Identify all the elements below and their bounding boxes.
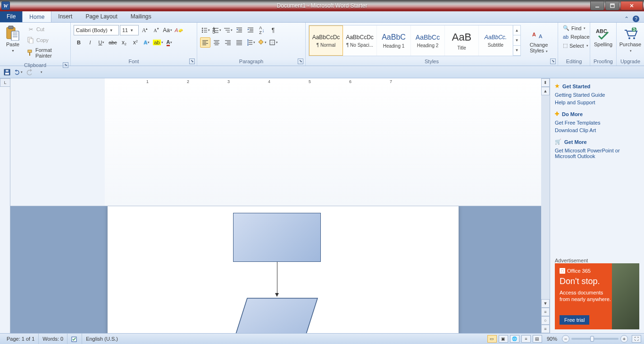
minimize-ribbon-icon[interactable]: ⌃ [624,16,629,22]
outline-view[interactable]: ≡ [521,335,531,343]
underline-button[interactable]: U▾ [96,37,107,48]
redo-button[interactable] [25,68,34,76]
zoom-in[interactable]: + [620,335,628,343]
rp-getstarted-link-0[interactable]: Getting Started Guide [555,91,639,99]
align-right-button[interactable] [223,37,233,48]
superscript-button[interactable]: x2 [130,37,141,48]
select-button[interactable]: ⬚Select▾ [561,42,592,50]
style-item-0[interactable]: AaBbCcDc¶ Normal [309,25,343,56]
cut-button[interactable]: ✂Cut [25,24,67,34]
font-size-combo[interactable]: 11▼ [120,25,139,35]
multilevel-button[interactable]: ▾ [223,25,233,35]
purchase-button[interactable]: $ Purchase▾ [617,24,644,55]
tab-pagelayout[interactable]: Page Layout [79,11,124,22]
flowchart-data-shape[interactable] [230,298,318,334]
tab-selector[interactable]: L [0,78,10,87]
draft-view[interactable]: ▤ [533,335,542,343]
tab-home[interactable]: Home [22,11,51,22]
italic-button[interactable]: I [85,37,95,48]
words-status[interactable]: Words: 0 [39,334,67,344]
scroll-down[interactable]: ▼ [541,299,550,308]
full-screen-view[interactable]: ▣ [499,335,508,343]
gallery-up[interactable]: ▲ [513,25,520,35]
subscript-button[interactable]: x2 [119,37,129,48]
browse-object[interactable]: ○ [541,316,550,325]
shading-button[interactable]: ▾ [257,37,267,48]
ad-cta-button[interactable]: Free trial [560,315,589,325]
prev-page[interactable]: ≡ [541,308,550,316]
align-left-button[interactable] [200,37,210,48]
line-spacing-button[interactable]: ▾ [245,37,256,48]
change-case-button[interactable]: Aa▾ [162,25,173,35]
zoom-out[interactable]: − [562,335,569,343]
document-page[interactable] [108,206,459,334]
minimize-button[interactable] [590,1,604,10]
style-item-1[interactable]: AaBbCcDc¶ No Spaci... [343,25,377,56]
arrow-connector-1[interactable] [277,262,277,293]
styles-launcher[interactable]: ⬊ [550,59,556,64]
zoom-level[interactable]: 90% [547,336,557,342]
font-color-button[interactable]: A▾ [164,37,175,48]
panel-toggle[interactable]: ⬍ [541,78,550,87]
print-layout-view[interactable]: ▭ [487,335,497,343]
tab-insert[interactable]: Insert [51,11,79,22]
clipboard-launcher[interactable]: ⬊ [63,62,68,68]
vertical-ruler[interactable] [0,87,10,333]
document-area[interactable] [10,206,541,334]
zoom-fit[interactable]: ⛶ [632,335,641,343]
numbering-button[interactable]: 123▾ [211,25,222,35]
gallery-more[interactable]: ▼ [513,46,520,56]
grow-font-button[interactable]: A▴ [140,25,150,35]
rp-domore-link-0[interactable]: Get Free Templates [555,119,639,126]
flowchart-process-shape[interactable] [233,213,321,262]
spelling-button[interactable]: ABC Spelling [592,24,615,49]
rp-getstarted-link-1[interactable]: Help and Support [555,99,639,106]
clear-formatting-button[interactable]: A🧽 [174,25,184,35]
rp-getmore-link-0[interactable]: Get Microsoft PowerPoint or Microsoft Ou… [555,147,639,160]
proof-status[interactable] [67,334,82,344]
paragraph-launcher[interactable]: ⬊ [298,59,303,64]
language-status[interactable]: English (U.S.) [82,334,122,344]
bold-button[interactable]: B [74,37,84,48]
bullets-button[interactable]: ▾ [200,25,210,35]
horizontal-ruler[interactable]: 1234567 [10,78,541,206]
close-button[interactable] [620,1,643,10]
tab-mailings[interactable]: Mailings [124,11,158,22]
gallery-down[interactable]: ▼ [513,35,520,45]
change-styles-button[interactable]: AA Change Styles ▾ [523,25,555,56]
sort-button[interactable]: AZ↓ [257,25,267,35]
decrease-indent-button[interactable] [234,25,244,35]
style-item-2[interactable]: AaBbCHeading 1 [377,25,411,56]
justify-button[interactable] [234,37,244,48]
vertical-scrollbar[interactable]: ⬍ ▲ ▼ ≡ ○ ≡ [541,78,550,333]
increase-indent-button[interactable] [245,25,256,35]
find-button[interactable]: 🔍Find▾ [561,24,592,32]
borders-button[interactable]: ▾ [268,37,278,48]
style-item-4[interactable]: AaBTitle [445,25,479,56]
show-marks-button[interactable]: ¶ [268,25,278,35]
help-icon[interactable]: ? [633,16,639,22]
text-effects-button[interactable]: A▾ [142,37,152,48]
zoom-slider[interactable] [571,338,619,340]
strikethrough-button[interactable]: abc [108,37,118,48]
paste-button[interactable]: Paste▼ [3,24,23,55]
advertisement[interactable]: □Office 365 Don't stop. Access documents… [555,263,639,329]
highlight-button[interactable]: ab▾ [153,37,163,48]
page-status[interactable]: Page: 1 of 1 [3,334,39,344]
svg-marker-59 [247,39,249,40]
maximize-button[interactable] [605,1,619,10]
tab-file[interactable]: File [0,11,22,22]
rp-domore-link-1[interactable]: Download Clip Art [555,126,639,134]
align-center-button[interactable] [211,37,222,48]
style-item-5[interactable]: AaBbCc.Subtitle [479,25,513,56]
shrink-font-button[interactable]: A▾ [151,25,161,35]
replace-button[interactable]: abReplace [561,33,592,41]
next-page[interactable]: ≡ [541,325,550,333]
copy-button[interactable]: Copy [25,35,67,45]
web-layout-view[interactable]: 🌐 [510,335,519,343]
scroll-up[interactable]: ▲ [541,87,550,95]
format-painter-button[interactable]: Format Painter [25,46,67,60]
style-item-3[interactable]: AaBbCcHeading 2 [411,25,445,56]
font-launcher[interactable]: ⬊ [189,59,195,64]
font-name-combo[interactable]: Calibri (Body)▼ [74,25,119,35]
